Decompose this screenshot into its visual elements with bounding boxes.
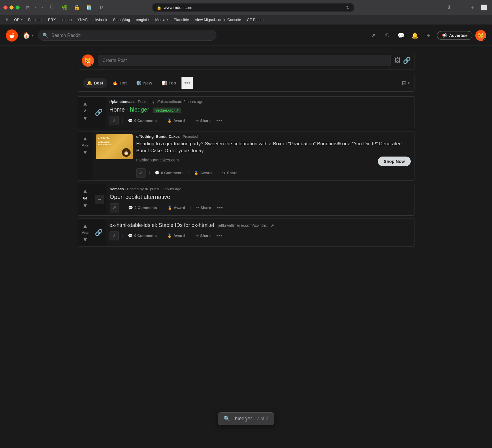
domain-link-3[interactable]: jeffkreeftmeijer.com/ox-htm... ↗ [218,223,274,228]
upvote-button-3[interactable]: ▲ [81,222,89,230]
more-options-button-3[interactable]: ••• [214,231,225,240]
ad-expand-icon[interactable]: ⤢ [136,168,146,178]
sort-new-button[interactable]: ⚙️ New [132,78,156,88]
downvote-button-1[interactable]: ▼ [81,114,89,122]
award-button-3[interactable]: 🏅 Award [165,232,187,240]
downvote-button-2[interactable]: ▼ [81,202,89,210]
advertise-button[interactable]: 📢 Advertise [437,31,472,40]
share-button-2[interactable]: ↪ Share [193,204,213,212]
bookmark-skyhook[interactable]: skyhook [91,17,110,22]
add-post-icon[interactable]: ＋ [423,30,434,41]
post-author-1[interactable]: u/fakecreditcard [156,99,182,104]
promoted-badge: · Promoted [181,135,198,139]
domain-badge-1[interactable]: hledger.org/ ↗ [153,108,181,113]
bookmark-ynab[interactable]: YNAB [75,17,90,22]
extension-pocket-icon[interactable]: 🫙 [84,3,93,12]
forward-button[interactable]: › [40,4,45,11]
chat-icon[interactable]: 💬 [395,30,406,41]
bookmark-media[interactable]: Media ▾ [153,17,170,22]
upvote-button-1[interactable]: ▲ [81,99,89,108]
chevron-down-icon: ▾ [408,81,410,85]
comments-button-2[interactable]: 💬 2 Comments [126,204,159,212]
close-window-button[interactable] [3,5,7,10]
vote-label-ad: Vote [82,144,88,147]
bookmark-view-migrations[interactable]: View Migrati...dmin Console [193,17,244,22]
extension-lock-icon[interactable]: 🔒 [72,3,81,12]
award-button-1[interactable]: 🏅 Award [165,117,187,125]
post-title-2: Open copilot alternative [110,193,411,201]
post-content-ad: celebrate with pomp,rcumstance... 🎂 u/No… [93,131,414,180]
downvote-button-ad[interactable]: ▼ [81,148,89,156]
maximize-window-button[interactable] [16,5,20,10]
ad-award-button[interactable]: 🏅 Award [192,169,214,177]
chevron-down-icon: ▾ [167,18,168,21]
bookmark-cf-pages[interactable]: CF Pages [245,17,266,22]
sort-more-button[interactable]: ••• [181,77,193,89]
subreddit-link-1[interactable]: r/planetemacs [110,99,135,104]
bookmark-omglol[interactable]: omglol ▾ [133,17,152,22]
ad-share-button[interactable]: ↪ Share [220,169,240,177]
tab-overview-button[interactable]: ⬜ [479,3,489,12]
post-type-link-icon[interactable]: 🔗 [95,109,103,116]
post-title-1: Home - hledger hledger.org/ ↗ [110,106,411,114]
sidebar-toggle-button[interactable]: ⊞ [24,4,31,12]
shop-now-button[interactable]: Shop Now [378,157,410,166]
back-button[interactable]: ‹ [33,4,38,11]
upvote-button-ad[interactable]: ▲ [81,134,89,142]
sort-hot-button[interactable]: 🔥 Hot [108,78,131,88]
sort-top-button[interactable]: 📊 Top [157,78,180,88]
mod-tools-icon[interactable]: ↗ [368,30,379,41]
post-type-link-icon-3[interactable]: 🔗 [95,229,103,236]
downvote-button-3[interactable]: ▼ [81,236,89,244]
sort-best-button[interactable]: 🔔 Best [83,78,108,88]
new-tab-button[interactable]: ＋ [468,3,477,12]
comment-icon: 💬 [155,171,159,175]
extension-shield-icon[interactable]: 🛡 [48,3,57,12]
sort-view-toggle[interactable]: ⊟ ▾ [402,80,410,86]
user-avatar[interactable]: 😸 [475,30,486,41]
extension-nature-icon[interactable]: 🌿 [60,3,69,12]
url-bar[interactable]: 🔒 www.reddit.com ↻ [152,3,354,12]
upvote-button-2[interactable]: ▲ [81,187,89,195]
bookmark-smugmug[interactable]: SmugMug [111,17,132,22]
share-button-1[interactable]: ↪ Share [193,117,213,125]
bookmark-or[interactable]: OR ▾ [12,17,25,22]
bookmark-imgup[interactable]: imgup [59,17,74,22]
more-options-button-1[interactable]: ••• [214,116,225,125]
reddit-logo[interactable] [6,29,18,42]
more-options-button-2[interactable]: ••• [214,203,225,212]
grid-menu-button[interactable]: ⠿ [3,16,11,24]
create-post-input[interactable]: Create Post [98,55,391,66]
create-post-icons: 🖼 🔗 [394,57,411,64]
award-button-2[interactable]: 🏅 Award [165,204,188,212]
header-actions: ↗ © 💬 🔔 ＋ 📢 Advertise 😸 [368,30,486,41]
minimize-window-button[interactable] [10,5,14,10]
post-expand-icon-3[interactable]: ⤢ [110,231,119,240]
post-expand-icon-2[interactable]: ⤢ [110,203,119,212]
notifications-icon[interactable]: 🔔 [409,30,420,41]
subreddit-link-2[interactable]: r/emacs [110,187,124,191]
download-button[interactable]: ⬇ [445,3,454,12]
ad-comments-button[interactable]: 💬 0 Comments [152,169,186,177]
user-avatar-small[interactable]: 😸 [82,54,94,67]
home-button[interactable]: 🏠 ▾ [22,32,33,39]
bookmark-plausible[interactable]: Plausible [171,17,191,22]
comments-button-3[interactable]: 💬 0 Comments [126,232,159,240]
post-expand-icon[interactable]: ⤢ [110,116,119,125]
bookmark-fastmail[interactable]: Fastmail [26,17,45,22]
link-upload-icon[interactable]: 🔗 [403,57,411,64]
search-bar[interactable]: 🔍 Search Reddit [38,30,216,41]
post-author-2[interactable]: u/_puhsu [145,187,161,191]
comments-button-1[interactable]: 💬 0 Comments [126,117,159,125]
extension-reddit-icon[interactable]: 👁 [96,3,105,12]
online-dot [91,64,94,67]
megaphone-icon: 📢 [442,33,447,38]
coins-icon[interactable]: © [382,30,393,41]
image-upload-icon[interactable]: 🖼 [394,57,401,64]
ad-user[interactable]: u/Nothing_Bundt_Cakes [136,134,180,139]
reload-icon[interactable]: ↻ [346,5,350,10]
share-button-3[interactable]: ↪ Share [193,232,213,240]
post-time-2: 9 hours ago [161,187,181,191]
bookmark-erx[interactable]: ERX [46,17,58,22]
share-button[interactable]: ↑ [456,3,465,12]
